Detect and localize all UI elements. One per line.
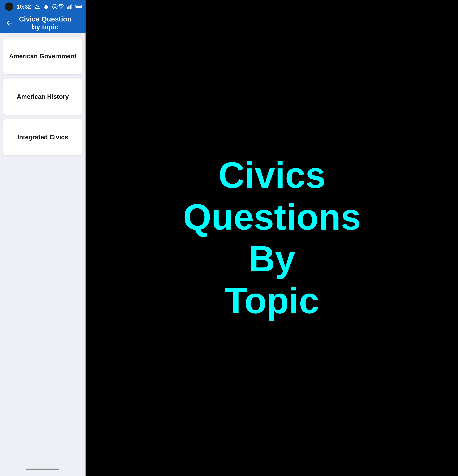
overlay-line4: Topic <box>183 280 361 322</box>
drop-icon <box>44 4 49 9</box>
status-bar-left: 10:32 <box>5 2 58 11</box>
topic-label-american-history: American History <box>17 93 69 100</box>
svg-point-3 <box>61 8 61 9</box>
battery-icon <box>75 4 83 9</box>
status-time: 10:32 <box>17 3 31 10</box>
back-button[interactable] <box>5 19 13 27</box>
face-icon <box>52 4 58 9</box>
svg-point-1 <box>54 6 55 7</box>
topic-card-american-government[interactable]: American Government <box>3 38 82 74</box>
home-indicator <box>0 463 86 476</box>
status-bar-right <box>58 4 83 9</box>
camera-dot <box>5 2 13 11</box>
status-bar: 10:32 <box>0 0 86 13</box>
svg-rect-5 <box>69 6 70 9</box>
home-bar <box>26 468 59 470</box>
topic-card-integrated-civics[interactable]: Integrated Civics <box>3 119 82 155</box>
content-area: American Government American History Int… <box>0 33 86 463</box>
svg-point-2 <box>55 6 56 7</box>
topic-label-integrated-civics: Integrated Civics <box>17 134 68 141</box>
svg-point-0 <box>53 4 57 9</box>
topic-label-american-government: American Government <box>9 53 77 60</box>
page-title: Civics Question by topic <box>18 15 80 31</box>
svg-rect-6 <box>70 5 71 9</box>
wifi-icon <box>58 4 64 9</box>
svg-rect-7 <box>71 4 72 9</box>
overlay-line3: By <box>183 238 361 280</box>
overlay-text: Civics Questions By Topic <box>183 154 361 322</box>
topic-card-american-history[interactable]: American History <box>3 78 82 115</box>
svg-rect-4 <box>67 8 68 9</box>
overlay-line2: Questions <box>183 196 361 238</box>
svg-rect-9 <box>81 6 82 7</box>
app-header: Civics Question by topic <box>0 13 86 33</box>
signal-icon <box>67 4 73 9</box>
overlay-line1: Civics <box>183 154 361 196</box>
right-panel: Civics Questions By Topic <box>86 0 458 476</box>
phone-frame: 10:32 <box>0 0 86 476</box>
svg-rect-10 <box>76 6 81 8</box>
alert-icon <box>34 4 40 9</box>
